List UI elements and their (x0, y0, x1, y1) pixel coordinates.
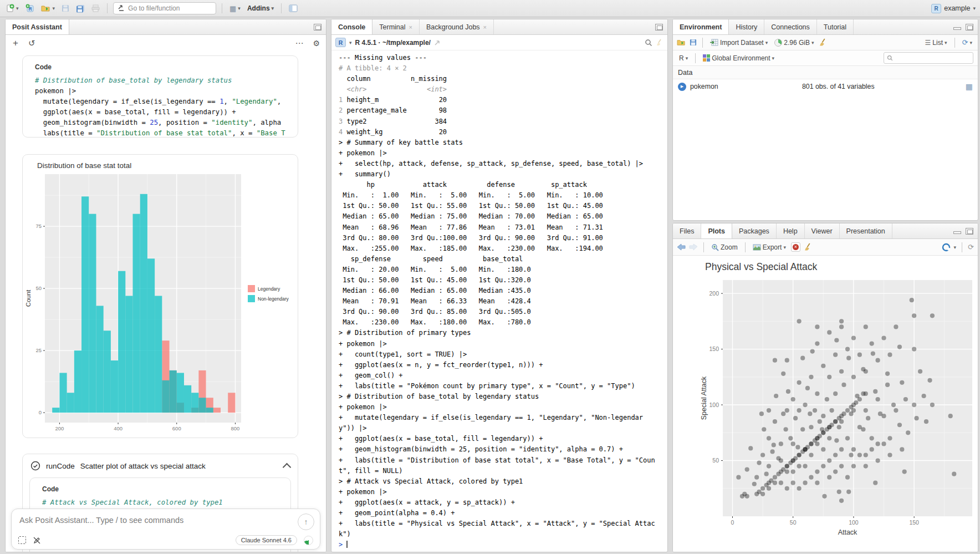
environment-search-input[interactable] (884, 52, 973, 64)
zoom-plot-button[interactable]: Zoom (710, 242, 739, 252)
tab-packages[interactable]: Packages (732, 223, 777, 238)
r-version-caret-icon[interactable]: ▾ (349, 40, 352, 45)
new-file-button[interactable]: ▾ (4, 3, 21, 14)
settings-button[interactable]: ⚙ (310, 39, 322, 48)
up-arrow-icon: ↑ (304, 517, 308, 526)
tab-terminal[interactable]: Terminal× (372, 19, 420, 34)
tab-environment[interactable]: Environment (673, 19, 729, 34)
history-button[interactable]: ↺ (25, 38, 39, 48)
environment-object-row[interactable]: ▶ pokemon 801 obs. of 41 variables ▦ (673, 79, 978, 94)
global-env-icon (703, 54, 710, 62)
plots-pane: FilesPlotsPackagesHelpViewerPresentation… (672, 223, 978, 552)
new-chat-button[interactable]: + (9, 38, 22, 49)
save-workspace-icon[interactable] (690, 39, 697, 46)
tab-connections[interactable]: Connections (764, 19, 817, 34)
clear-environment-icon[interactable] (819, 38, 827, 47)
console-tabbar: ConsoleTerminal×Background Jobs× (331, 19, 667, 35)
publish-icon[interactable] (942, 243, 951, 252)
tab-viewer[interactable]: Viewer (805, 223, 840, 238)
open-file-button[interactable]: ▾ (39, 3, 57, 13)
global-environment-selector[interactable]: Global Environment ▾ (701, 53, 776, 63)
minimize-pane-icon[interactable] (953, 27, 961, 30)
more-options-button[interactable]: ⋯ (292, 38, 307, 48)
pencil-off-icon[interactable] (33, 536, 41, 545)
session-dir-icon[interactable] (434, 39, 441, 46)
toolbar-separator (702, 38, 703, 48)
import-dataset-button[interactable]: Import Dataset ▾ (708, 38, 769, 48)
model-selector[interactable]: Claude Sonnet 4.6 (236, 535, 297, 545)
tab-console[interactable]: Console (331, 19, 372, 34)
tab-help[interactable]: Help (777, 223, 805, 238)
console-output[interactable]: --- Missing values ---# A tibble: 4 × 2 … (331, 49, 667, 552)
back-plot-icon[interactable] (677, 243, 686, 251)
tab-plots[interactable]: Plots (701, 223, 732, 238)
console-line: 1st Qu.: 50.00 1st Qu.: 45.00 1st Qu.:32… (339, 275, 667, 286)
clear-plots-icon[interactable] (804, 243, 812, 251)
console-line: Mean : 70.91 Mean : 66.33 Mean :428.4 (339, 296, 667, 307)
console-line: > (339, 540, 667, 550)
view-table-icon[interactable]: ▦ (966, 82, 973, 91)
expand-object-icon[interactable]: ▶ (678, 83, 686, 91)
goto-placeholder: Go to file/function (128, 4, 180, 12)
export-caret-icon: ▾ (783, 245, 786, 250)
console-line: + labs(title = "Distribution of base sta… (339, 455, 667, 466)
export-plot-button[interactable]: Export ▾ (751, 242, 788, 252)
maximize-pane-icon[interactable] (655, 24, 663, 31)
toolbar-separator (962, 242, 962, 252)
r-logo-icon[interactable]: R (335, 38, 346, 47)
new-project-button[interactable]: R (24, 3, 36, 14)
tab-tutorial[interactable]: Tutorial (817, 19, 854, 34)
goto-file-input[interactable]: Go to file/function (113, 2, 216, 14)
console-line: + geom_histogram(binwidth = 25, position… (339, 444, 667, 455)
language-selector[interactable]: R▾ (677, 53, 690, 63)
tab-presentation[interactable]: Presentation (840, 223, 892, 238)
load-workspace-icon[interactable] (677, 39, 686, 46)
runcode-header[interactable]: runCode Scatter plot of attack vs specia… (23, 454, 298, 476)
svg-text:200: 200 (55, 425, 64, 431)
tab-label: Plots (708, 227, 725, 235)
clear-console-icon[interactable] (656, 39, 663, 47)
maximize-pane-icon[interactable] (966, 228, 973, 235)
addins-button[interactable]: Addins ▾ (246, 3, 275, 13)
tab-files[interactable]: Files (673, 223, 701, 238)
tab-posit-assistant[interactable]: Posit Assistant (6, 19, 69, 34)
save-button[interactable] (60, 3, 71, 13)
console-line: --- Missing values --- (339, 53, 667, 63)
maximize-pane-icon[interactable] (966, 24, 973, 31)
toolbar-separator (703, 242, 704, 252)
console-line: 4 weight_kg 20 (339, 127, 667, 138)
workspace-panes-button[interactable]: ▦ ▾ (228, 3, 242, 14)
svg-text:150: 150 (709, 345, 719, 352)
remove-plot-button[interactable]: × (791, 242, 800, 252)
memory-pie-icon (774, 39, 782, 47)
close-tab-icon[interactable]: × (409, 24, 412, 31)
send-button[interactable]: ↑ (298, 514, 314, 530)
memory-usage-button[interactable]: 2.96 GiB ▾ (773, 38, 815, 48)
refresh-plots-icon[interactable]: ⟳ (968, 243, 974, 251)
tab-label: Presentation (846, 227, 885, 235)
chevron-up-icon[interactable] (283, 462, 292, 471)
refresh-environment-button[interactable]: ⟳ ▾ (961, 37, 974, 48)
scatter-plot: Physical vs Special Attack50100150200050… (673, 256, 978, 552)
save-all-button[interactable] (74, 3, 86, 14)
minimize-pane-icon[interactable] (953, 231, 961, 234)
console-line: 1st Qu.: 50.00 1st Qu.: 55.00 1st Qu.: 5… (339, 201, 667, 211)
tab-label: Posit Assistant (12, 23, 62, 31)
print-button[interactable] (90, 3, 101, 13)
forward-plot-icon[interactable] (689, 243, 698, 251)
add-context-icon[interactable] (18, 536, 26, 544)
assistant-conversation: Code # Distribution of base_total by leg… (6, 51, 326, 552)
tab-background-jobs[interactable]: Background Jobs× (420, 19, 494, 34)
list-view-button[interactable]: ☰ List ▾ (923, 38, 949, 48)
console-pane: ConsoleTerminal×Background Jobs× R ▾ R 4… (331, 19, 668, 552)
restore-pane-icon[interactable] (314, 24, 321, 31)
console-line: + select(hp, attack, defense, sp_attack,… (339, 159, 667, 169)
object-description: 801 obs. of 41 variables (802, 83, 875, 90)
assistant-input-box[interactable]: Ask Posit Assistant... Type / to see com… (11, 509, 320, 550)
search-icon[interactable] (645, 39, 652, 47)
show-panes-button[interactable] (287, 3, 299, 13)
tab-history[interactable]: History (729, 19, 764, 34)
publish-caret-icon[interactable]: ▾ (954, 245, 957, 250)
close-tab-icon[interactable]: × (483, 24, 487, 31)
project-menu[interactable]: R example ▾ (931, 4, 976, 13)
